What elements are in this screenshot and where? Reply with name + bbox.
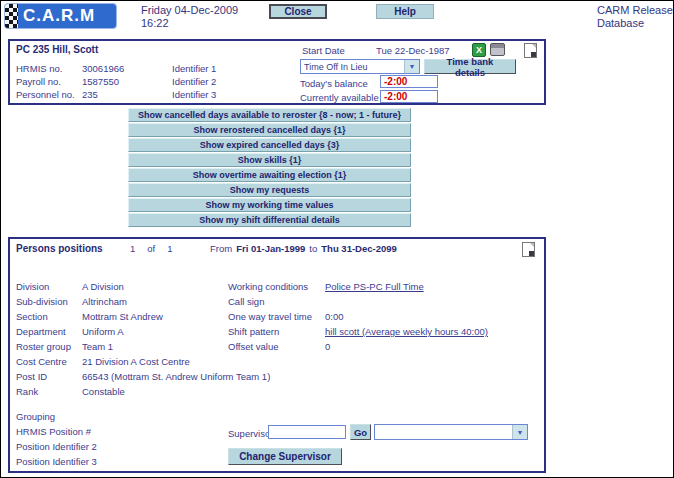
call-sign-label: Call sign [228,296,264,307]
show-my-shift-differential-details-button[interactable]: Show my shift differential details [128,213,411,227]
action-button-stack: Show cancelled days available to reroste… [128,108,411,228]
start-date-value: Tue 22-Dec-1987 [376,45,450,56]
division-label: Division [16,281,49,292]
supervisor-select[interactable]: ▼ [374,424,528,440]
sub-division-label: Sub-division [16,296,68,307]
show-my-working-time-values-button[interactable]: Show my working time values [128,198,411,212]
change-supervisor-button[interactable]: Change Supervisor [228,448,342,465]
shift-pattern-label: Shift pattern [228,326,279,337]
one-way-travel-time-value: 0:00 [325,311,344,322]
identifier-3-label: Identifier 3 [172,89,216,100]
division-value: A Division [82,281,124,292]
range-to-value: Thu 31-Dec-2099 [321,243,397,254]
offset-value-label: Offset value [228,341,279,352]
todays-balance-label: Today's balance [300,78,368,89]
working-conditions-link[interactable]: Police PS-PC Full Time [325,281,424,292]
payroll-no-value: 1587550 [82,76,119,87]
section-value: Mottram St Andrew [82,311,163,322]
page-of-label: of [147,243,155,254]
roster-group-value: Team 1 [82,341,113,352]
position-identifier-2-label: Position Identifier 2 [16,441,97,452]
carm-logo: C.A.R.M [4,3,117,29]
go-button[interactable]: Go [350,424,371,440]
working-conditions-label: Working conditions [228,281,308,292]
rank-value: Constable [82,386,125,397]
chevron-down-icon: ▼ [404,60,419,73]
person-title: PC 235 Hill, Scott [16,44,98,55]
currently-available-value: -2:00 [380,90,438,103]
cost-centre-value: 21 Division A Cost Centre [82,356,190,367]
supervisor-input[interactable] [268,425,346,439]
time-bank-select[interactable]: Time Off In Lieu ▼ [300,59,420,74]
range-from-label: From [210,243,232,254]
one-way-travel-time-label: One way travel time [228,311,312,322]
time-bank-details-button[interactable]: Time bank details [424,59,516,74]
payroll-no-label: Payroll no. [16,76,61,87]
persons-positions-panel: Persons positions 1 of 1 From Fri 01-Jan… [8,237,546,473]
report-icon[interactable] [522,242,535,257]
page-total: 1 [167,243,172,254]
cost-centre-label: Cost Centre [16,356,67,367]
show-cancelled-days-reroster-button[interactable]: Show cancelled days available to reroste… [128,108,411,122]
hrmis-no-value: 30061966 [82,63,124,74]
page-current: 1 [130,243,135,254]
carm-application-window: C.A.R.M Friday 04-Dec-2009 16:22 Close H… [0,0,674,478]
identifier-2-label: Identifier 2 [172,76,216,87]
department-label: Department [16,326,66,337]
time-bank-select-value: Time Off In Lieu [304,62,368,72]
show-my-requests-button[interactable]: Show my requests [128,183,411,197]
rank-label: Rank [16,386,38,397]
post-id-value: 66543 (Mottram St. Andrew Uniform Team 1… [82,371,270,382]
positions-panel-title: Persons positions [16,243,103,254]
show-rerostered-cancelled-days-button[interactable]: Show rerostered cancelled days {1} [128,123,411,137]
show-overtime-awaiting-election-button[interactable]: Show overtime awaiting election {1} [128,168,411,182]
hrmis-no-label: HRMIS no. [16,63,62,74]
post-id-label: Post ID [16,371,47,382]
shift-pattern-link[interactable]: hill scott (Average weekly hours 40:00) [325,326,488,337]
grouping-label: Grouping [16,411,55,422]
current-date: Friday 04-Dec-2009 [141,4,238,17]
date-range: From Fri 01-Jan-1999 to Thu 31-Dec-2099 [210,243,397,254]
personnel-no-label: Personnel no. [16,89,75,100]
release-label: CARM Release 3. [597,4,674,17]
sub-division-value: Altrincham [82,296,127,307]
show-expired-cancelled-days-button[interactable]: Show expired cancelled days {3} [128,138,411,152]
range-to-label: to [309,243,317,254]
offset-value-value: 0 [325,341,330,352]
start-date-label: Start Date [302,45,345,56]
pager: 1 of 1 [130,243,173,254]
report-icon[interactable] [524,43,537,58]
section-label: Section [16,311,48,322]
database-label: Database [597,17,644,30]
close-button[interactable]: Close [269,4,327,19]
department-value: Uniform A [82,326,124,337]
supervisor-label: Supervisor [228,428,273,439]
print-icon[interactable] [490,43,505,56]
currently-available-label: Currently available [300,92,379,103]
range-from-value: Fri 01-Jan-1999 [236,243,305,254]
logo-text: C.A.R.M [23,6,95,26]
hrmis-position-label: HRMIS Position # [16,426,91,437]
person-summary-panel: PC 235 Hill, Scott HRMIS no. 30061966 Id… [8,39,546,105]
personnel-no-value: 235 [82,89,98,100]
todays-balance-value: -2:00 [380,75,438,88]
roster-group-label: Roster group [16,341,71,352]
position-identifier-3-label: Position Identifier 3 [16,456,97,467]
identifier-1-label: Identifier 1 [172,63,216,74]
current-time: 16:22 [141,17,169,30]
help-button[interactable]: Help [376,4,434,19]
checker-pattern [5,4,18,28]
show-skills-button[interactable]: Show skills {1} [128,153,411,167]
chevron-down-icon: ▼ [512,425,527,439]
